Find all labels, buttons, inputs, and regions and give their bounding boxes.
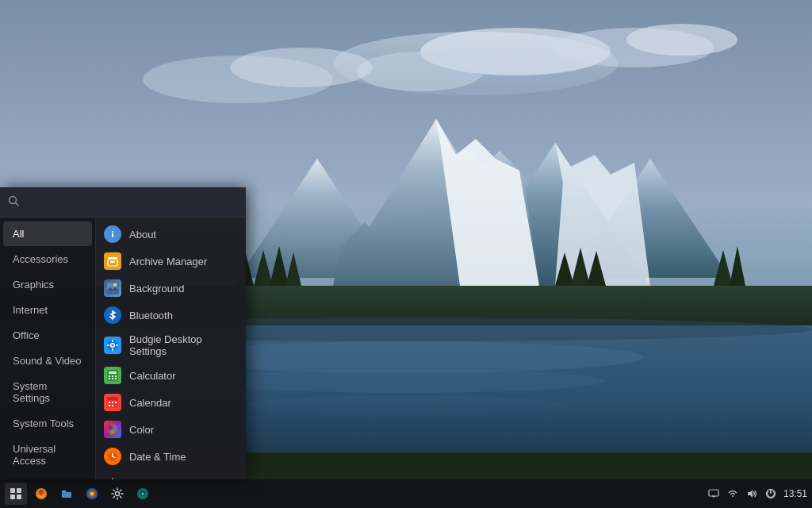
solus-taskbar-icon[interactable] xyxy=(132,483,154,505)
app-bluetooth[interactable]: Bluetooth xyxy=(96,302,246,329)
taskbar: 13:51 xyxy=(0,479,812,508)
category-system-settings[interactable]: System Settings xyxy=(3,374,92,410)
svg-rect-60 xyxy=(112,402,113,403)
svg-rect-53 xyxy=(115,375,117,377)
tray-screen-icon[interactable] xyxy=(706,486,722,502)
apps-button[interactable] xyxy=(5,483,27,505)
svg-rect-61 xyxy=(115,402,117,403)
app-background[interactable]: Background xyxy=(96,275,246,302)
color-icon xyxy=(104,421,121,438)
app-default-applications[interactable]: Default Applications xyxy=(96,470,246,479)
taskbar-left xyxy=(5,483,154,505)
default-applications-label: Default Applications xyxy=(129,478,220,480)
budgie-icon xyxy=(104,337,121,354)
calculator-icon xyxy=(104,367,121,384)
datetime-icon xyxy=(104,448,121,465)
tray-network-icon[interactable] xyxy=(725,486,741,502)
archive-icon xyxy=(104,252,121,270)
svg-rect-51 xyxy=(109,375,110,377)
app-archive-manager[interactable]: Archive Manager xyxy=(96,248,246,275)
svg-rect-34 xyxy=(112,233,113,237)
svg-point-3 xyxy=(357,52,484,91)
svg-point-94 xyxy=(142,493,144,495)
tray-icons xyxy=(706,486,779,502)
svg-point-28 xyxy=(247,395,565,414)
svg-rect-59 xyxy=(109,402,110,403)
calendar-icon xyxy=(104,394,121,411)
background-label: Background xyxy=(129,283,184,294)
svg-point-41 xyxy=(113,283,117,287)
svg-rect-63 xyxy=(112,405,113,406)
clock-display: 13:51 xyxy=(783,488,807,499)
svg-point-44 xyxy=(112,344,114,347)
category-internet[interactable]: Internet xyxy=(3,298,92,322)
svg-rect-56 xyxy=(115,378,117,379)
category-office[interactable]: Office xyxy=(3,323,92,348)
taskbar-right: 13:51 xyxy=(706,486,807,502)
svg-point-7 xyxy=(230,48,373,87)
search-icon xyxy=(8,195,19,209)
category-sound-video[interactable]: Sound & Video xyxy=(3,348,92,373)
svg-point-91 xyxy=(116,492,120,496)
app-color[interactable]: Color xyxy=(96,416,246,443)
svg-point-33 xyxy=(112,231,113,233)
svg-line-32 xyxy=(16,203,19,206)
svg-rect-81 xyxy=(10,488,15,493)
svg-point-5 xyxy=(626,24,737,56)
svg-point-65 xyxy=(108,425,113,430)
tray-volume-icon[interactable] xyxy=(744,486,760,502)
svg-rect-55 xyxy=(112,378,113,379)
about-label: About xyxy=(129,229,156,241)
svg-rect-95 xyxy=(709,490,718,496)
app-budgie-settings[interactable]: Budgie Desktop Settings xyxy=(96,329,246,362)
archive-label: Archive Manager xyxy=(129,256,207,267)
svg-rect-62 xyxy=(109,405,110,406)
category-all[interactable]: All xyxy=(3,221,92,246)
svg-rect-54 xyxy=(109,378,110,379)
svg-point-86 xyxy=(39,490,44,495)
svg-marker-98 xyxy=(748,490,753,498)
calendar-label: Calendar xyxy=(129,397,171,409)
app-calendar[interactable]: Calendar xyxy=(96,389,246,416)
svg-marker-73 xyxy=(108,479,118,479)
app-calculator[interactable]: Calculator xyxy=(96,362,246,389)
bluetooth-label: Bluetooth xyxy=(129,310,173,321)
background-icon xyxy=(104,279,121,297)
search-bar xyxy=(0,187,246,217)
svg-point-27 xyxy=(208,369,604,393)
files-taskbar-icon[interactable] xyxy=(56,483,78,505)
svg-rect-35 xyxy=(108,257,117,259)
svg-rect-87 xyxy=(62,492,71,498)
budgie-taskbar-icon[interactable] xyxy=(30,483,52,505)
category-utilities[interactable]: Utilities xyxy=(3,474,92,479)
bluetooth-icon xyxy=(104,306,121,324)
svg-point-67 xyxy=(110,429,115,434)
category-universal-access[interactable]: Universal Access xyxy=(3,437,92,473)
svg-rect-52 xyxy=(112,375,113,377)
datetime-label: Date & Time xyxy=(129,451,186,463)
calculator-label: Calculator xyxy=(129,370,176,382)
about-icon xyxy=(104,225,121,243)
default-apps-icon xyxy=(104,475,121,479)
budgie-settings-label: Budgie Desktop Settings xyxy=(129,333,238,357)
firefox-taskbar-icon[interactable] xyxy=(81,483,103,505)
svg-point-66 xyxy=(113,425,117,430)
menu-body: All Accessories Graphics Internet Office… xyxy=(0,217,246,479)
app-about[interactable]: About xyxy=(96,221,246,248)
app-menu: All Accessories Graphics Internet Office… xyxy=(0,187,246,479)
search-input[interactable] xyxy=(24,196,238,209)
svg-rect-50 xyxy=(109,371,117,374)
svg-point-72 xyxy=(112,456,113,457)
svg-rect-83 xyxy=(10,495,15,499)
svg-rect-37 xyxy=(110,261,115,263)
app-date-time[interactable]: Date & Time xyxy=(96,443,246,470)
category-system-tools[interactable]: System Tools xyxy=(3,411,92,436)
category-accessories[interactable]: Accessories xyxy=(3,247,92,271)
apps-list: About Archive Manager xyxy=(95,217,246,479)
category-graphics[interactable]: Graphics xyxy=(3,272,92,297)
svg-rect-58 xyxy=(107,397,118,400)
settings-taskbar-icon[interactable] xyxy=(106,483,128,505)
svg-point-90 xyxy=(90,492,94,495)
color-label: Color xyxy=(129,424,154,436)
tray-power-icon[interactable] xyxy=(763,486,779,502)
